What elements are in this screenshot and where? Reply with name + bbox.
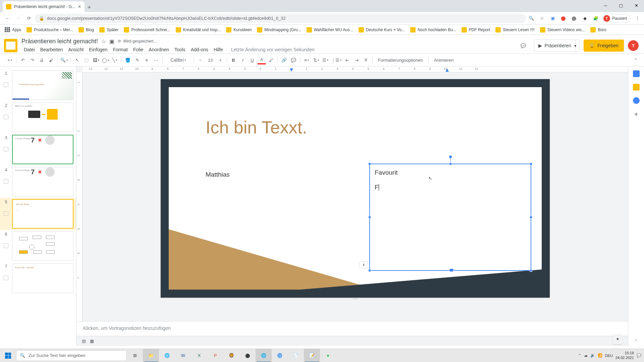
close-window-button[interactable]: ✕ xyxy=(629,0,644,11)
bold-button[interactable]: B xyxy=(229,56,238,64)
bookmark-item[interactable]: Noch hochladen Bu... xyxy=(408,26,458,34)
slide-thumbnail-1[interactable]: Präsentieren leicht gemacht! xyxy=(12,70,73,100)
new-tab-button[interactable]: + xyxy=(85,3,94,12)
border-color-button[interactable]: ✎ xyxy=(133,56,142,64)
print-button[interactable]: 🖨 xyxy=(37,56,46,64)
reload-button[interactable]: ⟳ xyxy=(24,14,34,23)
resize-handle[interactable] xyxy=(449,268,454,272)
highlight-button[interactable]: 🖊 xyxy=(267,56,275,64)
tray-notifications-icon[interactable]: 💬 xyxy=(637,353,641,358)
maximize-button[interactable]: ▢ xyxy=(613,0,629,11)
bookmark-item[interactable]: Produktsuche – Mer... xyxy=(24,26,75,34)
browser-tab[interactable]: Präsentieren leicht gemacht! - G... ✕ xyxy=(3,1,85,12)
minimize-button[interactable]: ─ xyxy=(598,0,613,11)
slide-thumbnail-4[interactable]: Formen einfügen7✖ xyxy=(12,167,73,196)
border-dash-button[interactable]: ⋯ xyxy=(152,56,160,64)
comment-indicator-icon[interactable] xyxy=(4,147,8,152)
taskbar-app-explorer[interactable]: 📁 xyxy=(143,349,159,362)
animate-button[interactable]: Animieren xyxy=(431,56,457,64)
resize-handle[interactable] xyxy=(449,163,452,165)
shape-tool[interactable]: ◯ xyxy=(101,56,110,64)
bookmark-item[interactable]: Kreativität und Insp... xyxy=(174,26,223,34)
tray-onedrive-icon[interactable]: ☁ xyxy=(584,353,588,358)
taskbar-app-edge[interactable]: 🌐 xyxy=(159,349,175,362)
account-avatar[interactable]: T xyxy=(628,40,639,51)
star-icon[interactable]: ☆ xyxy=(101,38,106,45)
numbered-list-button[interactable]: ☰ xyxy=(321,56,330,64)
comment-indicator-icon[interactable] xyxy=(4,82,8,87)
slides-logo-icon[interactable] xyxy=(4,39,17,52)
bookmark-item[interactable]: Büro xyxy=(588,26,608,34)
tab-close-icon[interactable]: ✕ xyxy=(78,4,81,9)
align-button[interactable]: ≡ xyxy=(302,56,311,64)
increase-indent-button[interactable]: ⇥ xyxy=(352,56,361,64)
textbox-tool[interactable]: ⬚ xyxy=(82,56,91,64)
notes-resize-handle[interactable] xyxy=(161,298,550,300)
tray-language[interactable]: DEU xyxy=(605,354,613,358)
taskbar-search[interactable]: 🔍 Zur Suche Text hier eingeben xyxy=(16,350,127,361)
slide-panel[interactable]: 1 Präsentieren leicht gemacht! 2 Bilder … xyxy=(0,66,76,346)
menu-format[interactable]: Format xyxy=(111,46,130,54)
explore-button[interactable]: ✦ xyxy=(612,334,623,344)
rotate-handle[interactable] xyxy=(449,156,452,158)
comment-indicator-icon[interactable] xyxy=(4,115,8,119)
resize-handle[interactable] xyxy=(368,269,371,272)
italic-button[interactable]: I xyxy=(238,56,247,64)
line-tool[interactable]: ╲ xyxy=(110,56,119,64)
grid-view-button[interactable]: ▦ xyxy=(90,339,94,344)
bookmark-item[interactable]: Später xyxy=(97,26,120,34)
comment-indicator-icon[interactable] xyxy=(4,179,8,184)
resize-handle[interactable] xyxy=(368,163,371,165)
back-button[interactable]: ← xyxy=(3,14,12,23)
ruler-indent-marker[interactable] xyxy=(290,68,293,72)
tray-volume-icon[interactable]: 🔊 xyxy=(590,353,595,358)
extension-icon-2[interactable]: ⬤ xyxy=(559,14,568,22)
chrome-menu-icon[interactable]: ⋮ xyxy=(633,14,641,22)
clear-formatting-button[interactable]: T xyxy=(362,56,370,64)
zoom-button[interactable]: 🔍 xyxy=(60,56,68,64)
menu-addons[interactable]: Add-ons xyxy=(189,46,211,54)
keep-addon-icon[interactable] xyxy=(633,84,640,90)
taskbar-app-generic1[interactable]: 📄 xyxy=(288,349,304,362)
text-color-button[interactable]: A xyxy=(257,56,266,64)
resize-handle[interactable] xyxy=(530,163,532,165)
forward-button[interactable]: → xyxy=(13,14,23,23)
font-size-input[interactable]: 13 xyxy=(205,56,215,64)
calendar-addon-icon[interactable] xyxy=(633,70,640,77)
comment-indicator-icon[interactable] xyxy=(4,243,8,248)
slide-thumbnail-6[interactable] xyxy=(12,231,73,261)
bookmark-apps[interactable]: Apps xyxy=(3,26,23,34)
taskbar-app-chrome[interactable]: 🌐 xyxy=(256,349,272,362)
menu-folie[interactable]: Folie xyxy=(131,46,146,54)
bulleted-list-button[interactable]: ⋮☰ xyxy=(330,56,342,64)
bookmark-item[interactable]: PDF Report xyxy=(460,26,492,34)
slide-thumbnail-5[interactable]: Ich bin Texxt.----- xyxy=(12,199,73,229)
taskbar-app-spotify[interactable]: ● xyxy=(320,349,336,362)
image-tool[interactable]: 🖼 xyxy=(92,56,100,64)
redo-button[interactable]: ↷ xyxy=(28,56,37,64)
bookmark-item[interactable]: Blog xyxy=(76,26,96,34)
autofit-button[interactable]: ⇕ xyxy=(359,261,368,268)
taskbar-app-powerpoint[interactable]: P xyxy=(207,349,223,362)
slide-canvas[interactable]: Ich bin Texxt. Matthias xyxy=(161,79,550,298)
last-edit-text[interactable]: Letzte Änderung vor wenigen Sekunden xyxy=(229,46,317,54)
task-view-button[interactable]: ⊞ xyxy=(127,349,143,362)
collapse-toolbar-button[interactable]: ⌃ xyxy=(631,56,640,64)
extension-icon-4[interactable]: ◆ xyxy=(581,14,589,22)
bookmark-item[interactable]: Steuern Lesen !!!! xyxy=(493,26,537,34)
extension-icon-3[interactable]: ⬤ xyxy=(570,14,578,22)
font-size-decrease[interactable]: − xyxy=(196,56,205,64)
zoom-icon[interactable]: 🔍 xyxy=(527,14,535,22)
horizontal-ruler[interactable]: 1312 1110 98 76 54 32 1 12 34 56 78 910 … xyxy=(83,66,628,72)
filmstrip-view-button[interactable]: ▤ xyxy=(82,339,86,344)
undo-button[interactable]: ↶ xyxy=(18,56,27,64)
slide-thumbnail-2[interactable]: Bilder und Grafiken➡ xyxy=(12,103,73,132)
bookmark-item[interactable]: Steuern Videos wic... xyxy=(538,26,587,34)
slide-thumbnail-7[interactable]: Erste Folie – Beispiel xyxy=(12,263,73,293)
bookmark-item[interactable]: Mindmapping (Gru... xyxy=(255,26,303,34)
add-addon-button[interactable]: + xyxy=(634,111,638,118)
address-bar[interactable]: 🔒 docs.google.com/presentation/d/1yV372S… xyxy=(35,14,526,23)
underline-button[interactable]: U xyxy=(248,56,257,64)
taskbar-app-generic2[interactable]: 📝 xyxy=(304,349,320,362)
font-family-select[interactable]: Calibri xyxy=(165,56,192,64)
